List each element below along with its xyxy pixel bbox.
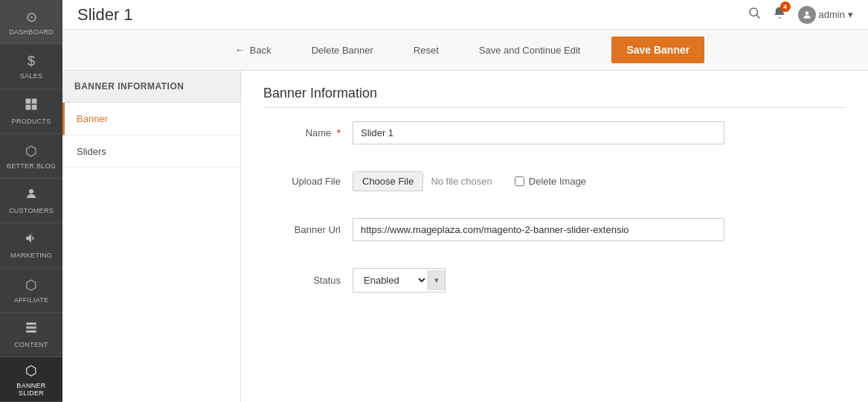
- reset-button[interactable]: Reset: [405, 39, 448, 62]
- header-right: 4 admin ▾: [748, 6, 853, 24]
- select-arrow-icon: ▾: [428, 270, 445, 290]
- action-toolbar: ← Back Delete Banner Reset Save and Cont…: [62, 30, 868, 71]
- upload-file-row: Upload File Choose File No file chosen D…: [263, 165, 846, 197]
- sidebar-item-content-label: CONTENT: [14, 341, 48, 348]
- status-row: Status Enabled Disabled ▾: [263, 262, 846, 299]
- svg-point-8: [750, 8, 758, 16]
- admin-menu[interactable]: admin ▾: [798, 6, 853, 24]
- banner-url-row: Banner Url: [263, 212, 846, 247]
- panel-nav-sliders[interactable]: Sliders: [62, 135, 240, 168]
- required-star: *: [337, 127, 341, 138]
- delete-image-checkbox[interactable]: [515, 176, 524, 186]
- svg-rect-7: [26, 331, 36, 333]
- sidebar-item-products-label: PRODUCTS: [12, 118, 51, 125]
- name-input[interactable]: [353, 121, 724, 144]
- banner-slider-icon: ⬡: [25, 363, 37, 379]
- save-continue-label: Save and Continue Edit: [479, 45, 581, 56]
- svg-rect-5: [26, 322, 36, 325]
- better-blog-icon: ⬡: [25, 143, 37, 159]
- svg-point-10: [805, 11, 808, 15]
- sidebar-item-banner-slider-label: BANNER SLIDER: [3, 382, 60, 397]
- svg-line-9: [756, 15, 759, 18]
- back-button[interactable]: ← Back: [226, 38, 280, 62]
- panel-header: BANNER INFORMATION: [62, 71, 240, 103]
- sidebar-item-customers-label: CUSTOMERS: [9, 207, 54, 214]
- sidebar-item-affiliate-label: AFFILIATE: [14, 296, 49, 304]
- sidebar-item-marketing[interactable]: MARKETING: [0, 223, 62, 268]
- sidebar-item-better-blog-label: BETTER BLOG: [7, 162, 56, 170]
- admin-avatar: [798, 6, 816, 24]
- save-banner-label: Save Banner: [626, 44, 689, 56]
- save-banner-button[interactable]: Save Banner: [611, 36, 704, 63]
- content-icon: [25, 321, 38, 338]
- banner-url-input[interactable]: [353, 218, 724, 241]
- sidebar-item-marketing-label: MARKETING: [10, 252, 52, 259]
- panel-nav-sliders-label: Sliders: [77, 146, 106, 157]
- svg-rect-2: [26, 105, 31, 110]
- sidebar-item-sales[interactable]: $ SALES: [0, 45, 62, 89]
- sidebar-item-products[interactable]: PRODUCTS: [0, 89, 62, 134]
- sales-icon: $: [28, 54, 35, 69]
- panel-nav-banner[interactable]: Banner: [62, 103, 240, 135]
- delete-image-section: Delete Image: [515, 176, 586, 187]
- admin-chevron-icon: ▾: [848, 9, 853, 20]
- back-arrow-icon: ←: [235, 44, 245, 56]
- choose-file-label: Choose File: [362, 176, 414, 187]
- upload-file-label: Upload File: [263, 176, 353, 187]
- sidebar-item-affiliate[interactable]: ⬡ AFFILIATE: [0, 268, 62, 313]
- sidebar-item-banner-slider[interactable]: ⬡ BANNER SLIDER: [0, 357, 62, 402]
- choose-file-button[interactable]: Choose File: [353, 171, 423, 191]
- svg-rect-0: [26, 99, 31, 104]
- svg-point-4: [29, 189, 33, 194]
- reset-label: Reset: [414, 45, 439, 56]
- content-area: BANNER INFORMATION Banner Sliders Banner…: [62, 71, 868, 402]
- top-header: Slider 1 4 admin ▾: [62, 0, 868, 30]
- delete-banner-label: Delete Banner: [312, 45, 373, 56]
- sidebar-item-customers[interactable]: CUSTOMERS: [0, 179, 62, 223]
- main-area: Slider 1 4 admin ▾ ← Back Delete B: [62, 0, 868, 402]
- affiliate-icon: ⬡: [25, 277, 37, 293]
- status-select[interactable]: Enabled Disabled: [353, 269, 428, 292]
- form-area: Banner Information Name * Upload File Ch…: [241, 71, 868, 402]
- banner-url-label: Banner Url: [263, 224, 353, 235]
- delete-image-label: Delete Image: [529, 176, 586, 187]
- marketing-icon: [25, 232, 38, 249]
- svg-rect-6: [26, 327, 36, 329]
- svg-rect-1: [32, 99, 37, 104]
- no-file-label: No file chosen: [431, 176, 492, 187]
- page-title: Slider 1: [77, 5, 133, 25]
- notification-badge: 4: [780, 1, 791, 12]
- dashboard-icon: ⊙: [26, 9, 37, 25]
- save-continue-button[interactable]: Save and Continue Edit: [470, 39, 590, 62]
- panel-nav-banner-label: Banner: [77, 113, 108, 124]
- upload-section: Choose File No file chosen Delete Image: [353, 171, 586, 191]
- products-icon: [25, 98, 38, 115]
- status-label: Status: [263, 275, 353, 286]
- notification-bell-btn[interactable]: 4: [773, 6, 786, 23]
- sidebar: ⊙ DASHBOARD $ SALES PRODUCTS ⬡ BETTER BL…: [0, 0, 62, 402]
- admin-name-label: admin: [819, 9, 845, 20]
- back-label: Back: [250, 45, 271, 56]
- sidebar-item-content[interactable]: CONTENT: [0, 313, 62, 357]
- delete-banner-button[interactable]: Delete Banner: [303, 39, 382, 62]
- customers-icon: [25, 187, 38, 204]
- name-row: Name *: [263, 115, 846, 150]
- search-icon-btn[interactable]: [748, 6, 761, 23]
- sidebar-item-sales-label: SALES: [20, 72, 43, 80]
- svg-rect-3: [32, 105, 37, 110]
- sidebar-item-dashboard-label: DASHBOARD: [9, 28, 54, 36]
- left-panel: BANNER INFORMATION Banner Sliders: [62, 71, 241, 402]
- status-select-wrapper: Enabled Disabled ▾: [353, 268, 446, 293]
- name-label: Name *: [263, 127, 353, 138]
- sidebar-item-dashboard[interactable]: ⊙ DASHBOARD: [0, 0, 62, 45]
- form-section-title: Banner Information: [263, 86, 846, 108]
- sidebar-item-better-blog[interactable]: ⬡ BETTER BLOG: [0, 134, 62, 179]
